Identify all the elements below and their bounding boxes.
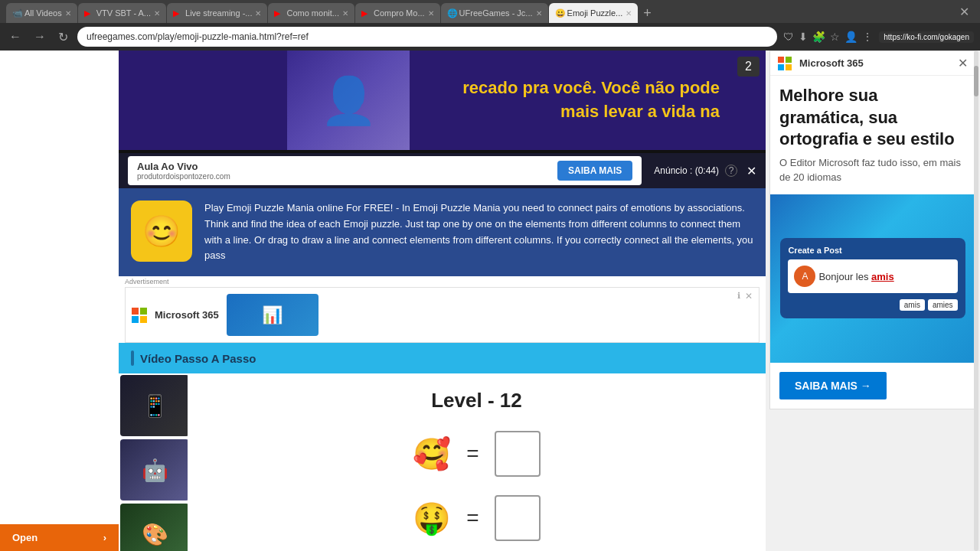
right-ad-brand: Microsoft 365 bbox=[799, 57, 864, 69]
address-bar[interactable]: ufreegames.com/play/emoji-puzzle-mania.h… bbox=[77, 27, 777, 47]
video-banner-text-2: mais levar a vida na bbox=[462, 100, 720, 124]
saiba-mais-card: Aula Ao Vivo produtordoispontozero.com S… bbox=[128, 156, 642, 185]
game-ad-text: Play Emoji Puzzle Mania online For FREE!… bbox=[204, 201, 753, 264]
ms-r-yellow bbox=[786, 64, 792, 70]
back-button[interactable]: ← bbox=[6, 28, 24, 45]
ms-r-blue bbox=[778, 64, 784, 70]
ad-overlay-bar: Aula Ao Vivo produtordoispontozero.com S… bbox=[119, 153, 766, 188]
tab-como[interactable]: ▶ Como monit... ✕ bbox=[268, 3, 354, 23]
tab-favicon-6: 🌐 bbox=[447, 8, 456, 18]
ad-help-icon[interactable]: ? bbox=[725, 165, 737, 177]
right-sidebar: Microsoft 365 ✕ Melhore sua gramática, s… bbox=[766, 51, 980, 551]
video-section: Vídeo Passo A Passo 📱 🤖 🎨 bbox=[119, 343, 766, 551]
video-section-header: Vídeo Passo A Passo bbox=[119, 343, 766, 373]
tab-compro[interactable]: ▶ Compro Mo... ✕ bbox=[355, 3, 440, 23]
video-banner-text-1: recado pra você. Você não pode bbox=[462, 77, 720, 100]
ms-ad-container: Advertisement Microsoft 365 📊 ℹ ✕ bbox=[119, 276, 766, 343]
tab-ufreegames[interactable]: 🌐 UFreeGames - Jc... ✕ bbox=[441, 3, 548, 23]
ms-brand-label: Microsoft 365 bbox=[155, 309, 219, 321]
tab-close-3[interactable]: ✕ bbox=[255, 9, 261, 18]
thumbnail-1[interactable]: 📱 bbox=[120, 375, 189, 436]
tab-favicon-7: 😀 bbox=[555, 8, 564, 18]
word-opt-1[interactable]: amis bbox=[900, 299, 925, 311]
thumb-icon-3: 🎨 bbox=[142, 522, 168, 547]
left-sidebar: Open › bbox=[0, 51, 119, 551]
ad-info-button[interactable]: ℹ bbox=[737, 291, 740, 301]
tab-favicon-3: ▶ bbox=[173, 8, 182, 18]
section-bar bbox=[131, 350, 134, 366]
puzzle-box-1 bbox=[495, 431, 541, 477]
ad-timer: Anúncio : (0:44) bbox=[654, 165, 719, 176]
menu-icon[interactable]: ⋮ bbox=[862, 31, 873, 43]
ms-logo bbox=[132, 308, 147, 323]
puzzle-emoji-2: 🤑 bbox=[413, 500, 451, 536]
tab-live[interactable]: ▶ Live streaming -... ✕ bbox=[167, 3, 267, 23]
tab-label-7: Emoji Puzzle... bbox=[567, 8, 623, 18]
tab-favicon-5: ▶ bbox=[361, 8, 371, 18]
new-tab-button[interactable]: + bbox=[639, 4, 656, 23]
ms-ad-wrap: Microsoft 365 📊 ℹ ✕ bbox=[125, 287, 760, 343]
content-area: Open › 👤 recado pra você. Você não pode … bbox=[0, 51, 980, 551]
video-section-title: Vídeo Passo A Passo bbox=[140, 352, 256, 365]
puzzle-equals-2: = bbox=[466, 506, 479, 530]
star-icon[interactable]: ☆ bbox=[830, 31, 840, 43]
ad-word-options: amis amies bbox=[788, 299, 957, 311]
puzzle-row-1: 🥰 = bbox=[203, 431, 750, 477]
refresh-button[interactable]: ↻ bbox=[55, 28, 71, 46]
tab-close-6[interactable]: ✕ bbox=[536, 9, 542, 18]
close-window-button[interactable]: ✕ bbox=[955, 3, 974, 21]
ad-popup-title: Create a Post bbox=[788, 246, 957, 255]
ad-close-icon[interactable]: ✕ bbox=[746, 164, 756, 178]
tab-favicon-4: ▶ bbox=[274, 8, 283, 18]
right-scrollbar[interactable] bbox=[974, 51, 978, 551]
ad-close-button[interactable]: ✕ bbox=[745, 291, 753, 302]
puzzle-row-2: 🤑 = bbox=[203, 495, 750, 541]
tab-bar: 📹 All Videos ✕ ▶ VTV SBT - A... ✕ ▶ Live… bbox=[6, 0, 952, 23]
tab-close-4[interactable]: ✕ bbox=[342, 9, 348, 18]
tab-favicon-2: ▶ bbox=[84, 8, 93, 18]
tab-close-2[interactable]: ✕ bbox=[154, 9, 160, 18]
right-ad-header: Microsoft 365 ✕ bbox=[770, 51, 975, 76]
puzzle-emoji-1: 🥰 bbox=[413, 436, 451, 472]
tab-label: All Videos bbox=[24, 8, 62, 18]
ms-square-green bbox=[140, 308, 147, 315]
kofi-badge[interactable]: https://ko-fi.com/gokagen bbox=[879, 31, 974, 43]
tab-label-5: Compro Mo... bbox=[374, 8, 425, 18]
browser-chrome: 📹 All Videos ✕ ▶ VTV SBT - A... ✕ ▶ Live… bbox=[0, 0, 980, 23]
tab-close-7[interactable]: ✕ bbox=[626, 9, 632, 18]
thumbnail-2[interactable]: 🤖 bbox=[120, 439, 189, 500]
open-button[interactable]: Open › bbox=[0, 524, 119, 551]
tab-vtv[interactable]: ▶ VTV SBT - A... ✕ bbox=[78, 3, 166, 23]
thumbnail-3[interactable]: 🎨 bbox=[120, 504, 189, 551]
ad-popup-body: A Bonjour les amis bbox=[788, 259, 957, 293]
saiba-mais-button[interactable]: SAIBA MAIS bbox=[557, 161, 632, 181]
popup-word: amis bbox=[871, 271, 894, 282]
tab-all-videos[interactable]: 📹 All Videos ✕ bbox=[6, 3, 77, 23]
word-opt-2[interactable]: amies bbox=[928, 299, 958, 311]
ms-r-red bbox=[778, 57, 784, 63]
tab-label-2: VTV SBT - A... bbox=[96, 8, 151, 18]
tab-close[interactable]: ✕ bbox=[65, 9, 71, 18]
right-ad-close-button[interactable]: ✕ bbox=[958, 56, 968, 70]
popup-text-prefix: Bonjour les bbox=[818, 271, 871, 282]
video-text-overlay: recado pra você. Você não pode mais leva… bbox=[462, 77, 720, 124]
right-ad-image: Create a Post A Bonjour les amis amis am… bbox=[770, 194, 975, 363]
ms-ad-image: 📊 bbox=[227, 294, 318, 336]
profile-icon[interactable]: 👤 bbox=[844, 31, 858, 43]
video-number: 2 bbox=[737, 57, 760, 77]
extensions-icon[interactable]: 🧩 bbox=[812, 31, 825, 43]
right-ad-logo: Microsoft 365 bbox=[778, 57, 864, 70]
right-scrollbar-thumb[interactable] bbox=[974, 66, 978, 96]
ad-overlay-container: Aula Ao Vivo produtordoispontozero.com S… bbox=[119, 150, 766, 188]
download-icon[interactable]: ⬇ bbox=[799, 31, 808, 43]
ad-popup-text: Bonjour les amis bbox=[818, 271, 893, 282]
tab-close-5[interactable]: ✕ bbox=[428, 9, 434, 18]
tab-emoji[interactable]: 😀 Emoji Puzzle... ✕ bbox=[549, 3, 639, 23]
game-emoji-icon: 😊 bbox=[131, 201, 192, 262]
ad-label-text: Aula Ao Vivo produtordoispontozero.com bbox=[137, 161, 230, 181]
ad-avatar: A bbox=[794, 266, 815, 287]
video-banner: 👤 recado pra você. Você não pode mais le… bbox=[119, 51, 766, 150]
right-ad-cta-button[interactable]: SAIBA MAIS → bbox=[779, 372, 887, 399]
right-ad-title: Melhore sua gramática, sua ortografia e … bbox=[770, 76, 975, 155]
forward-button[interactable]: → bbox=[31, 28, 49, 45]
